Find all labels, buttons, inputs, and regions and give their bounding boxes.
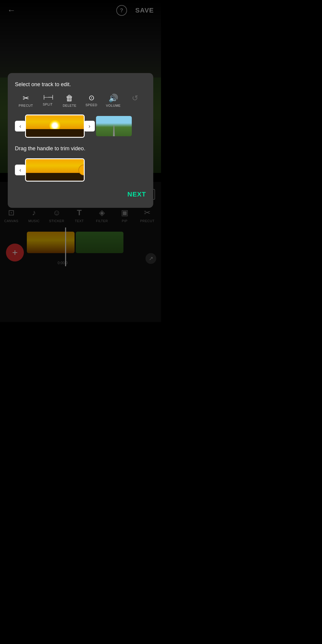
rotate-icon: ↺ <box>132 94 138 102</box>
strip-prev-button[interactable]: ‹ <box>15 121 26 131</box>
next-btn-container: NEXT <box>15 191 146 198</box>
tool-volume[interactable]: 🔊 VOLUME <box>102 94 124 107</box>
modal-instruction1: Select one track to edit. <box>15 81 146 88</box>
speed-label: SPEED <box>86 103 97 107</box>
delete-label: DELETE <box>63 104 76 107</box>
precut-label: PRECUT <box>19 104 33 107</box>
tool-delete[interactable]: 🗑 DELETE <box>59 94 80 107</box>
split-label: SPLIT <box>43 103 52 106</box>
tool-split[interactable]: ⊢⊣ SPLIT <box>37 94 58 107</box>
tool-rotate: ↺ <box>124 94 146 107</box>
trim-clip-bg <box>26 159 84 181</box>
clip-road[interactable] <box>96 116 132 136</box>
next-button[interactable]: NEXT <box>127 191 146 198</box>
clip-sunset-bg <box>26 115 84 137</box>
trim-clip-horizon <box>26 173 84 181</box>
volume-icon: 🔊 <box>109 94 118 102</box>
clip-road-bg <box>96 116 132 136</box>
trim-instruction: Drag the handle to trim video. <box>15 145 146 152</box>
trim-strip: ‹ <box>15 158 146 182</box>
trim-clip-selected[interactable] <box>25 158 85 182</box>
clip-timeline-strip: ‹ › <box>15 114 146 138</box>
split-icon: ⊢⊣ <box>43 94 52 101</box>
edit-tools-row: ✂ PRECUT ⊢⊣ SPLIT 🗑 DELETE ⊙ SPEED 🔊 VOL… <box>15 94 146 107</box>
selected-clip-sunset[interactable] <box>25 114 85 138</box>
road-line <box>113 125 115 136</box>
delete-icon: 🗑 <box>66 94 73 102</box>
strip-next-button[interactable]: › <box>84 121 95 131</box>
tool-precut[interactable]: ✂ PRECUT <box>15 94 37 107</box>
tool-speed[interactable]: ⊙ SPEED <box>80 94 102 107</box>
trim-prev-button[interactable]: ‹ <box>15 165 26 175</box>
speed-icon: ⊙ <box>89 94 95 101</box>
clip-horizon <box>26 129 84 137</box>
modal-panel: Select one track to edit. ✂ PRECUT ⊢⊣ SP… <box>8 73 153 208</box>
precut-icon: ✂ <box>23 94 29 102</box>
volume-label: VOLUME <box>106 104 120 107</box>
